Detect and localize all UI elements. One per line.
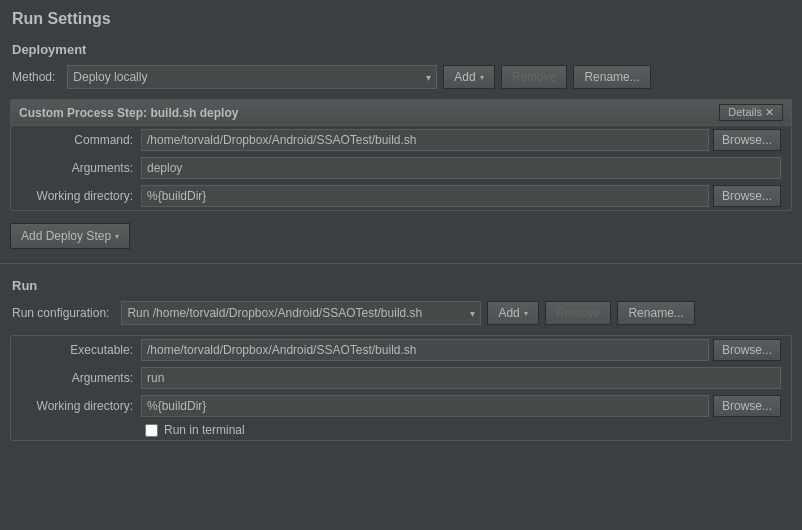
run-config-select-wrapper: Run /home/torvald/Dropbox/Android/SSAOTe… [121, 301, 481, 325]
deployment-remove-button[interactable]: Remove [501, 65, 568, 89]
command-row: Command: Browse... [11, 126, 791, 154]
run-working-dir-browse-button[interactable]: Browse... [713, 395, 781, 417]
command-label: Command: [21, 133, 141, 147]
run-section-header: Run [0, 272, 802, 297]
run-working-dir-label: Working directory: [21, 399, 141, 413]
panel-title-prefix: Custom Process Step: [19, 106, 147, 120]
run-add-button[interactable]: Add ▾ [487, 301, 538, 325]
executable-browse-button[interactable]: Browse... [713, 339, 781, 361]
deployment-add-button[interactable]: Add ▾ [443, 65, 494, 89]
run-panel: Executable: Browse... Arguments: Working… [10, 335, 792, 441]
run-in-terminal-label[interactable]: Run in terminal [164, 423, 245, 437]
section-divider [0, 263, 802, 264]
run-config-select[interactable]: Run /home/torvald/Dropbox/Android/SSAOTe… [121, 301, 481, 325]
command-input[interactable] [141, 129, 709, 151]
deployment-section-header: Deployment [0, 36, 802, 61]
add-deploy-step-label: Add Deploy Step [21, 229, 111, 243]
executable-row: Executable: Browse... [11, 336, 791, 364]
command-browse-button[interactable]: Browse... [713, 129, 781, 151]
panel-title-value: build.sh deploy [150, 106, 238, 120]
custom-process-step-panel: Custom Process Step: build.sh deploy Det… [10, 99, 792, 211]
method-select[interactable]: Deploy locallyDeploy to remote host [67, 65, 437, 89]
arguments-row: Arguments: [11, 154, 791, 182]
details-button[interactable]: Details ✕ [719, 104, 783, 121]
executable-label: Executable: [21, 343, 141, 357]
run-arguments-label: Arguments: [21, 371, 141, 385]
executable-input[interactable] [141, 339, 709, 361]
run-remove-button[interactable]: Remove [545, 301, 612, 325]
run-in-terminal-checkbox[interactable] [145, 424, 158, 437]
run-working-dir-input[interactable] [141, 395, 709, 417]
run-arguments-row: Arguments: [11, 364, 791, 392]
add-arrow-icon: ▾ [480, 73, 484, 82]
run-config-row: Run configuration: Run /home/torvald/Dro… [0, 297, 802, 329]
deployment-section: Deployment Method: Deploy locallyDeploy … [0, 36, 802, 255]
run-config-label: Run configuration: [12, 306, 109, 320]
run-arguments-input[interactable] [141, 367, 781, 389]
arguments-input[interactable] [141, 157, 781, 179]
method-label: Method: [12, 70, 55, 84]
panel-header: Custom Process Step: build.sh deploy Det… [11, 100, 791, 126]
run-working-dir-row: Working directory: Browse... [11, 392, 791, 420]
deployment-rename-button[interactable]: Rename... [573, 65, 650, 89]
method-select-wrapper: Deploy locallyDeploy to remote host [67, 65, 437, 89]
run-in-terminal-row: Run in terminal [11, 420, 791, 440]
working-dir-row: Working directory: Browse... [11, 182, 791, 210]
add-deploy-step-button[interactable]: Add Deploy Step ▾ [10, 223, 130, 249]
run-rename-button[interactable]: Rename... [617, 301, 694, 325]
method-row: Method: Deploy locallyDeploy to remote h… [0, 61, 802, 93]
page-title: Run Settings [0, 0, 802, 36]
panel-header-title: Custom Process Step: build.sh deploy [19, 106, 238, 120]
working-dir-label: Working directory: [21, 189, 141, 203]
run-section: Run Run configuration: Run /home/torvald… [0, 272, 802, 441]
add-deploy-step-arrow-icon: ▾ [115, 232, 119, 241]
run-add-arrow-icon: ▾ [524, 309, 528, 318]
working-dir-browse-button[interactable]: Browse... [713, 185, 781, 207]
working-dir-input[interactable] [141, 185, 709, 207]
arguments-label: Arguments: [21, 161, 141, 175]
details-close-icon: ✕ [765, 106, 774, 118]
